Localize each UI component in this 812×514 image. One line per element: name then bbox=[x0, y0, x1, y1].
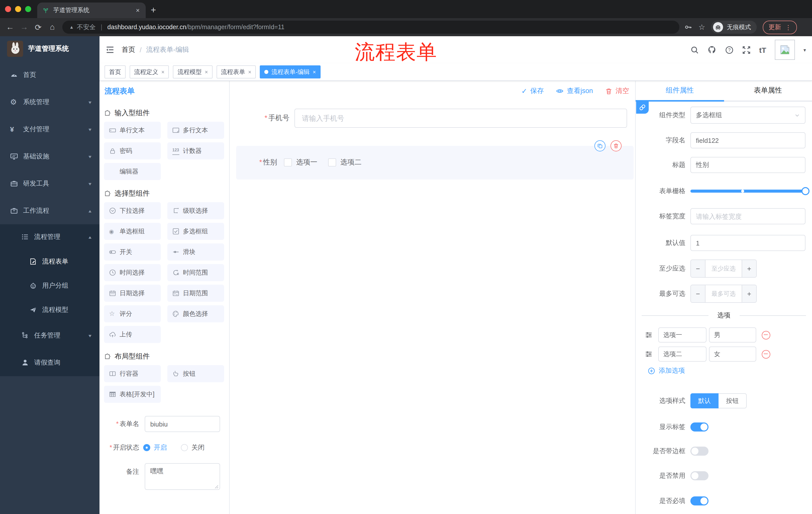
tag-close-icon[interactable]: × bbox=[313, 69, 316, 75]
sidebar-item-system[interactable]: ⚙ 系统管理 ▼ bbox=[0, 88, 99, 116]
option1-label-input[interactable] bbox=[658, 327, 706, 343]
style-default-button[interactable]: 默认 bbox=[690, 393, 719, 408]
component-table[interactable]: 表格[开发中] bbox=[104, 386, 161, 403]
tab-component-props[interactable]: 组件属性 bbox=[636, 80, 724, 101]
component-date-picker[interactable]: 日期选择 bbox=[104, 285, 161, 302]
sidebar-item-process-model[interactable]: 流程模型 bbox=[0, 298, 99, 322]
title-input[interactable] bbox=[690, 157, 806, 173]
stepper-decrease-button[interactable]: − bbox=[691, 285, 705, 302]
tag-process-model[interactable]: 流程模型× bbox=[173, 65, 212, 78]
tag-process-form[interactable]: 流程表单× bbox=[216, 65, 256, 78]
remove-option-button[interactable] bbox=[762, 331, 770, 339]
tag-process-definition[interactable]: 流程定义× bbox=[129, 65, 169, 78]
stepper-increase-button[interactable]: + bbox=[742, 285, 756, 302]
required-toggle-on[interactable] bbox=[690, 496, 708, 506]
show-label-toggle-on[interactable] bbox=[690, 423, 708, 432]
fullscreen-icon[interactable] bbox=[742, 46, 751, 54]
form-name-input[interactable] bbox=[145, 416, 220, 432]
widget-copy-button[interactable] bbox=[594, 140, 606, 152]
resize-handle-icon[interactable] bbox=[214, 485, 219, 489]
component-color-picker[interactable]: 颜色选择 bbox=[167, 305, 224, 322]
component-multi-text[interactable]: 多行文本 bbox=[167, 122, 224, 139]
sidebar-item-workflow[interactable]: 工作流程 ▲ bbox=[0, 197, 99, 224]
component-switch[interactable]: 开关 bbox=[104, 243, 161, 261]
status-radio-off[interactable]: 关闭 bbox=[181, 443, 204, 452]
sidebar-item-infra[interactable]: 基础设施 ▼ bbox=[0, 143, 99, 170]
github-icon[interactable] bbox=[707, 45, 717, 54]
drag-handle-icon[interactable] bbox=[645, 350, 653, 358]
component-password[interactable]: 密码 bbox=[104, 142, 161, 159]
home-button[interactable]: ⌂ bbox=[45, 23, 59, 32]
stepper-decrease-button[interactable]: − bbox=[691, 260, 705, 277]
address-bar[interactable]: ▲ 不安全 | dashboard.yudao.iocoder.cn/bpm/m… bbox=[62, 21, 679, 34]
component-button[interactable]: 按钮 bbox=[167, 365, 224, 382]
remove-option-button[interactable] bbox=[762, 350, 770, 358]
clear-button[interactable]: 清空 bbox=[605, 86, 629, 96]
window-close-button[interactable] bbox=[5, 6, 11, 12]
stepper-increase-button[interactable]: + bbox=[742, 260, 756, 277]
view-json-button[interactable]: 查看json bbox=[556, 86, 593, 96]
browser-tab[interactable]: 芋道管理系统 × bbox=[37, 2, 146, 18]
tab-form-props[interactable]: 表单属性 bbox=[724, 80, 812, 101]
slider-handle[interactable] bbox=[802, 187, 810, 195]
canvas-phone-field[interactable]: *手机号 bbox=[230, 109, 627, 128]
help-icon[interactable]: ? bbox=[725, 46, 734, 54]
tag-process-form-edit[interactable]: 流程表单-编辑× bbox=[260, 65, 321, 78]
sidebar-item-task-mgmt[interactable]: 任务管理 ▼ bbox=[0, 322, 99, 349]
component-select[interactable]: 下拉选择 bbox=[104, 202, 161, 219]
widget-delete-button[interactable] bbox=[610, 140, 621, 152]
component-rate[interactable]: ☆评分 bbox=[104, 305, 161, 322]
save-button[interactable]: ✓保存 bbox=[521, 86, 544, 96]
component-row-container[interactable]: 行容器 bbox=[104, 365, 161, 382]
sidebar-item-devtools[interactable]: 研发工具 ▼ bbox=[0, 170, 99, 197]
browser-menu-icon[interactable]: ⋮ bbox=[785, 23, 791, 31]
component-upload[interactable]: 上传 bbox=[104, 326, 161, 343]
component-date-range[interactable]: 日期范围 bbox=[167, 285, 224, 302]
sidebar-fold-icon[interactable] bbox=[106, 45, 115, 54]
component-slider[interactable]: 滑块 bbox=[167, 243, 224, 261]
option1-value-input[interactable] bbox=[709, 327, 756, 343]
option2-label-input[interactable] bbox=[658, 347, 706, 361]
border-toggle-off[interactable] bbox=[690, 447, 708, 456]
style-button-button[interactable]: 按钮 bbox=[719, 393, 747, 408]
tag-close-icon[interactable]: × bbox=[161, 69, 165, 75]
bookmark-star-icon[interactable]: ☆ bbox=[698, 23, 705, 32]
component-single-text[interactable]: 单行文本 bbox=[104, 122, 161, 139]
tag-close-icon[interactable]: × bbox=[205, 69, 208, 75]
security-label[interactable]: 不安全 bbox=[77, 23, 96, 31]
drag-handle-icon[interactable] bbox=[645, 331, 653, 339]
component-radio-group[interactable]: ◉单选框组 bbox=[104, 223, 161, 240]
phone-input[interactable] bbox=[294, 109, 627, 128]
field-name-input[interactable] bbox=[690, 132, 806, 148]
font-size-icon[interactable]: tT bbox=[759, 46, 766, 54]
form-remark-textarea[interactable]: 嘿嘿 bbox=[145, 463, 220, 490]
sidebar-item-process-mgmt[interactable]: 流程管理 ▲ bbox=[0, 224, 99, 249]
form-grid-slider[interactable] bbox=[690, 190, 806, 193]
component-type-select[interactable]: 多选框组 bbox=[690, 107, 806, 124]
forward-button[interactable]: → bbox=[17, 23, 31, 32]
add-option-button[interactable]: 添加选项 bbox=[648, 366, 685, 375]
sidebar-item-payment[interactable]: ¥ 支付管理 ▼ bbox=[0, 116, 99, 143]
breadcrumb-home[interactable]: 首页 bbox=[122, 45, 135, 54]
tab-close-icon[interactable]: × bbox=[135, 6, 141, 14]
status-radio-on[interactable]: 开启 bbox=[143, 443, 167, 452]
component-checkbox-group[interactable]: 多选框组 bbox=[167, 223, 224, 240]
new-tab-button[interactable]: + bbox=[151, 3, 156, 17]
canvas-gender-widget-selected[interactable]: *性别 选项一 选项二 bbox=[236, 146, 634, 180]
component-counter[interactable]: 123计数器 bbox=[167, 142, 224, 159]
stepper-placeholder[interactable]: 至少应选 bbox=[705, 260, 742, 277]
disabled-toggle-off[interactable] bbox=[690, 471, 708, 480]
component-time-picker[interactable]: 时间选择 bbox=[104, 264, 161, 281]
gender-checkbox-option2[interactable]: 选项二 bbox=[328, 158, 361, 167]
reload-button[interactable]: ⟳ bbox=[31, 22, 45, 32]
gender-checkbox-option1[interactable]: 选项一 bbox=[284, 158, 317, 167]
window-minimize-button[interactable] bbox=[15, 6, 21, 12]
tag-home[interactable]: 首页 bbox=[105, 65, 126, 78]
search-icon[interactable] bbox=[690, 46, 699, 54]
sidebar-item-process-form[interactable]: 流程表单 bbox=[0, 249, 99, 274]
avatar[interactable] bbox=[775, 40, 795, 60]
component-cascader[interactable]: 级联选择 bbox=[167, 202, 224, 219]
back-button[interactable]: ← bbox=[3, 23, 17, 32]
avatar-caret-icon[interactable]: ▾ bbox=[804, 47, 806, 53]
tag-close-icon[interactable]: × bbox=[248, 69, 252, 75]
